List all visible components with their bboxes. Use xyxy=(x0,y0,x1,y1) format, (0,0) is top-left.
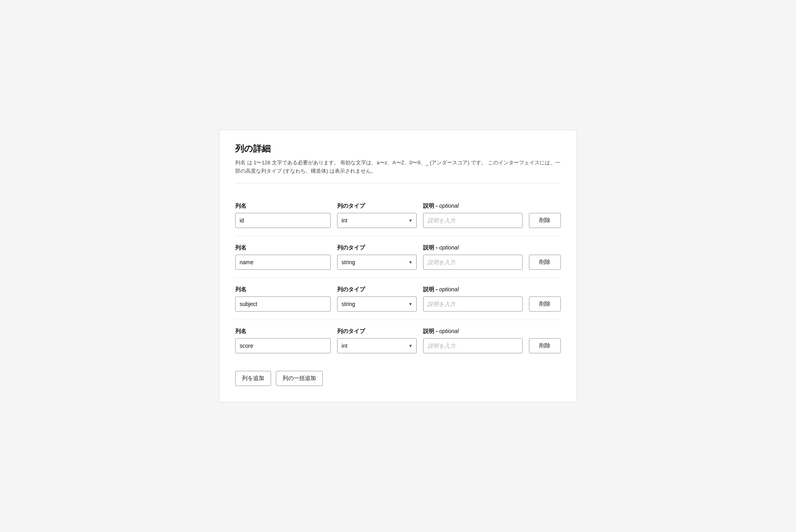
label-column-type: 列のタイプ xyxy=(337,286,417,293)
column-name-input[interactable] xyxy=(235,255,331,270)
column-type-select-wrapper: intstringfloatbooleandatetimestampbigint… xyxy=(337,255,417,270)
label-column-type: 列のタイプ xyxy=(337,203,417,210)
field-labels: 列名列のタイプ説明 - optional xyxy=(235,244,561,251)
delete-column-button[interactable]: 削除 xyxy=(529,255,561,270)
column-row: 列名列のタイプ説明 - optionalintstringfloatboolea… xyxy=(235,320,561,361)
label-column-type: 列のタイプ xyxy=(337,244,417,251)
column-description-input[interactable] xyxy=(423,213,523,228)
column-type-select[interactable]: intstringfloatbooleandatetimestampbigint… xyxy=(337,255,417,270)
panel-title: 列の詳細 xyxy=(235,143,561,155)
panel-description: 列名 は 1〜128 文字である必要があります。 有効な文字は、a〜z、A〜Z、… xyxy=(235,159,561,184)
column-name-input[interactable] xyxy=(235,213,331,228)
label-column-type: 列のタイプ xyxy=(337,328,417,335)
add-bulk-column-button[interactable]: 列の一括追加 xyxy=(276,371,323,386)
column-type-select-wrapper: intstringfloatbooleandatetimestampbigint… xyxy=(337,296,417,312)
label-column-description: 説明 - optional xyxy=(423,203,561,210)
column-description-input[interactable] xyxy=(423,338,523,353)
label-column-name: 列名 xyxy=(235,203,331,210)
column-name-input[interactable] xyxy=(235,338,331,353)
delete-column-button[interactable]: 削除 xyxy=(529,213,561,228)
column-description-input[interactable] xyxy=(423,296,523,312)
column-details-panel: 列の詳細 列名 は 1〜128 文字である必要があります。 有効な文字は、a〜z… xyxy=(219,130,577,403)
columns-container: 列名列のタイプ説明 - optionalintstringfloatboolea… xyxy=(235,195,561,361)
delete-column-button[interactable]: 削除 xyxy=(529,338,561,353)
column-row: 列名列のタイプ説明 - optionalintstringfloatboolea… xyxy=(235,278,561,320)
column-type-select[interactable]: intstringfloatbooleandatetimestampbigint… xyxy=(337,213,417,228)
footer-buttons: 列を追加 列の一括追加 xyxy=(235,371,561,386)
label-column-description: 説明 - optional xyxy=(423,286,561,293)
delete-column-button[interactable]: 削除 xyxy=(529,296,561,312)
label-column-name: 列名 xyxy=(235,286,331,293)
column-row: 列名列のタイプ説明 - optionalintstringfloatboolea… xyxy=(235,195,561,236)
field-labels: 列名列のタイプ説明 - optional xyxy=(235,286,561,293)
field-inputs: intstringfloatbooleandatetimestampbigint… xyxy=(235,255,561,270)
field-labels: 列名列のタイプ説明 - optional xyxy=(235,328,561,335)
column-description-input[interactable] xyxy=(423,255,523,270)
column-type-select[interactable]: intstringfloatbooleandatetimestampbigint… xyxy=(337,338,417,353)
label-column-name: 列名 xyxy=(235,328,331,335)
label-column-description: 説明 - optional xyxy=(423,328,561,335)
column-type-select-wrapper: intstringfloatbooleandatetimestampbigint… xyxy=(337,338,417,353)
field-inputs: intstringfloatbooleandatetimestampbigint… xyxy=(235,296,561,312)
add-column-button[interactable]: 列を追加 xyxy=(235,371,271,386)
column-name-input[interactable] xyxy=(235,296,331,312)
column-type-select-wrapper: intstringfloatbooleandatetimestampbigint… xyxy=(337,213,417,228)
column-row: 列名列のタイプ説明 - optionalintstringfloatboolea… xyxy=(235,236,561,278)
field-inputs: intstringfloatbooleandatetimestampbigint… xyxy=(235,213,561,228)
field-labels: 列名列のタイプ説明 - optional xyxy=(235,203,561,210)
label-column-name: 列名 xyxy=(235,244,331,251)
label-column-description: 説明 - optional xyxy=(423,244,561,251)
field-inputs: intstringfloatbooleandatetimestampbigint… xyxy=(235,338,561,353)
column-type-select[interactable]: intstringfloatbooleandatetimestampbigint… xyxy=(337,296,417,312)
